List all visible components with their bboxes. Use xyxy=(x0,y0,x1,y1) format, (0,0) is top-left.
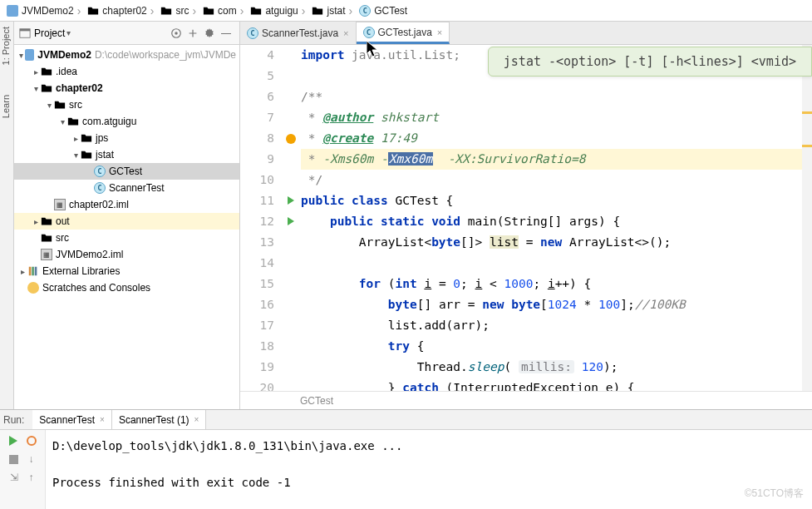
tree-label: chapter02.iml xyxy=(69,199,129,210)
run-console[interactable]: D:\develop_tools\jdk\jdk1.8.0_131\bin\ja… xyxy=(46,430,812,509)
stop-button[interactable] xyxy=(7,452,22,467)
code: [ xyxy=(540,298,548,311)
code: new byte xyxy=(482,298,540,311)
code: 120 xyxy=(582,360,603,373)
scrollbar-marker[interactable] xyxy=(802,145,812,147)
chevron-right-icon[interactable]: ▸ xyxy=(31,67,41,77)
tree-label: jps xyxy=(96,132,108,144)
settings-button[interactable] xyxy=(201,25,218,42)
chevron-down-icon[interactable]: ▾ xyxy=(71,151,81,160)
chevron-down-icon[interactable]: ▾ xyxy=(57,117,67,126)
console-line: Process finished with exit code -1 xyxy=(52,472,805,493)
crumb-3-label: com xyxy=(218,5,237,17)
up-button[interactable]: ↑ xyxy=(24,470,39,485)
select-opened-file-button[interactable] xyxy=(168,25,185,42)
crumb-2-label: src xyxy=(175,5,189,17)
gutter-icons xyxy=(286,45,301,391)
close-icon[interactable]: × xyxy=(100,415,105,424)
code: ; xyxy=(460,277,475,290)
line-number: 10 xyxy=(240,170,274,190)
chevron-right-icon[interactable]: ▸ xyxy=(71,134,81,143)
crumb-6[interactable]: CGCTest xyxy=(357,5,409,17)
code: */ xyxy=(301,173,322,186)
code: java.util.List; xyxy=(352,48,460,62)
down-button[interactable]: ↓ xyxy=(24,452,39,467)
left-toolwindow-strip[interactable]: 1: Project Learn xyxy=(0,22,14,409)
code: * xyxy=(577,298,598,311)
code xyxy=(574,360,582,373)
editor-scrollbar[interactable] xyxy=(802,45,812,391)
line-number: 13 xyxy=(240,232,274,253)
hide-button[interactable]: — xyxy=(218,25,234,42)
intention-bulb-icon[interactable] xyxy=(286,134,296,144)
folder-icon xyxy=(67,116,79,127)
project-panel: Project ▾ — ▾JVMDemo2D:\code\workspace_j… xyxy=(14,22,240,409)
misc-button[interactable]: ⇲ xyxy=(7,470,22,485)
run-main-icon[interactable] xyxy=(288,217,294,225)
crumb-4-label: atguigu xyxy=(265,5,298,17)
breadcrumb: JVMDemo2› chapter02› src› com› atguigu› … xyxy=(0,0,812,22)
chevron-down-icon[interactable]: ▾ xyxy=(44,101,54,110)
module-icon xyxy=(7,5,18,17)
code-editor[interactable]: 4 5 6 7 8 9 10 11 12 13 14 15 16 17 18 1… xyxy=(240,45,812,391)
tab-scannertest[interactable]: CScannerTest.java× xyxy=(240,22,357,44)
scrollbar-marker[interactable] xyxy=(802,111,812,114)
project-view-dropdown-icon[interactable]: ▾ xyxy=(66,28,71,37)
crumb-4[interactable]: atguigu› xyxy=(249,4,310,17)
crumb-5-label: jstat xyxy=(327,5,345,17)
folder-icon xyxy=(87,5,99,17)
chevron-down-icon[interactable]: ▾ xyxy=(17,51,25,60)
close-icon[interactable]: × xyxy=(194,415,199,424)
code: = xyxy=(431,277,453,290)
code: 0 xyxy=(453,277,460,290)
project-title[interactable]: Project xyxy=(34,27,65,39)
code: ArrayList<>(); xyxy=(569,235,671,249)
crumb-5[interactable]: jstat› xyxy=(310,4,357,17)
crumb-6-label: GCTest xyxy=(374,5,407,17)
gutter[interactable]: 4 5 6 7 8 9 10 11 12 13 14 15 16 17 18 1… xyxy=(240,45,286,391)
tree-label: JVMDemo2.iml xyxy=(56,249,123,260)
crumb-1-label: chapter02 xyxy=(102,5,146,17)
line-number: 5 xyxy=(240,66,274,86)
code-area[interactable]: import java.util.List; /** * @author shk… xyxy=(301,45,812,391)
crumb-0-label: JVMDemo2 xyxy=(22,5,74,17)
code: -XX:SurvivorRatio=8 xyxy=(433,152,585,166)
code: ; xyxy=(533,277,547,290)
code: sleep xyxy=(468,360,504,373)
crumb-3[interactable]: com› xyxy=(201,4,249,17)
svg-point-7 xyxy=(27,437,36,445)
close-icon[interactable]: × xyxy=(437,27,442,37)
tree-label: External Libraries xyxy=(42,265,120,277)
chevron-right-icon[interactable]: ▸ xyxy=(31,217,41,226)
close-icon[interactable]: × xyxy=(343,28,348,38)
code-selection: Xmx60m xyxy=(388,152,433,166)
watermark: ©51CTO博客 xyxy=(745,482,804,504)
editor-breadcrumbs[interactable]: GCTest xyxy=(240,391,812,409)
tab-gctest[interactable]: CGCTest.java× xyxy=(357,22,450,44)
stub-project[interactable]: 1: Project xyxy=(1,27,11,65)
tree-label: out xyxy=(56,215,70,227)
svg-rect-8 xyxy=(9,455,18,464)
run-tab-0[interactable]: ScannerTest× xyxy=(32,410,112,429)
code: i xyxy=(475,277,483,290)
crumb-1[interactable]: chapter02› xyxy=(86,4,159,17)
tree-item-src2[interactable]: src xyxy=(14,230,239,246)
run-class-icon[interactable] xyxy=(288,196,294,205)
run-settings-button[interactable] xyxy=(24,433,39,448)
run-tab-1[interactable]: ScannerTest (1)× xyxy=(112,410,207,429)
chevron-right-icon[interactable]: ▸ xyxy=(17,267,27,276)
code: ( xyxy=(388,277,396,290)
chevron-down-icon[interactable]: ▾ xyxy=(31,84,41,93)
crumb-2[interactable]: src› xyxy=(159,4,201,17)
editor-breadcrumb-item[interactable]: GCTest xyxy=(300,395,333,407)
balloon-text: jstat -<option> [-t] [-h<lines>] <vmid> xyxy=(504,54,796,69)
stub-learn[interactable]: Learn xyxy=(1,95,11,118)
expand-all-button[interactable] xyxy=(185,25,201,42)
crumb-0[interactable]: JVMDemo2› xyxy=(5,4,86,17)
line-number: 4 xyxy=(240,45,274,66)
tree-item-chapter02[interactable]: ▾chapter02 xyxy=(14,80,239,96)
code: []> xyxy=(460,235,490,249)
project-tree[interactable]: ▾JVMDemo2D:\code\workspace_jvm\JVMDe ▸.i… xyxy=(14,45,239,409)
code: < xyxy=(482,277,504,290)
rerun-button[interactable] xyxy=(7,433,22,448)
